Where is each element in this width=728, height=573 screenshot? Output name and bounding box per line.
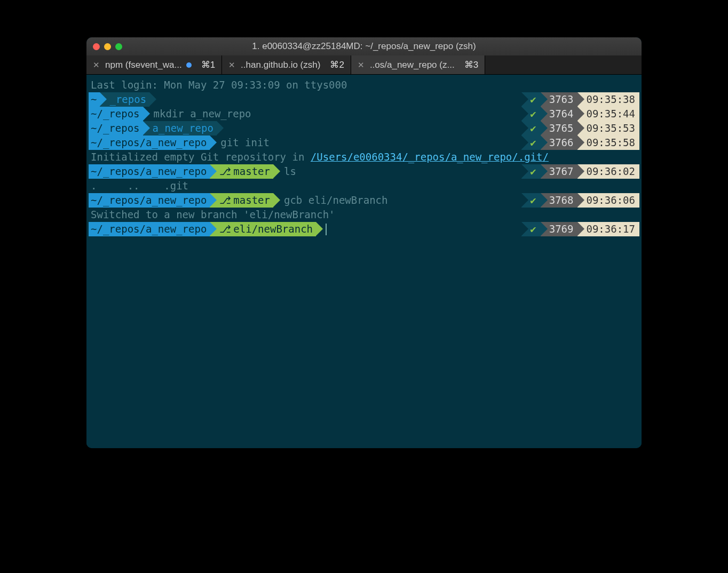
status-check-icon: ✔ [521, 107, 540, 121]
path-segment: ~/_repos [89, 107, 143, 121]
path-segment: ~/_repos/a_new_repo [89, 222, 210, 236]
status-check-icon: ✔ [521, 136, 540, 150]
tab-shortcut: ⌘3 [459, 59, 478, 70]
history-number: 3765 [541, 121, 578, 136]
path-extra-segment: a_new_repo [143, 121, 217, 136]
close-icon[interactable]: ✕ [228, 60, 235, 70]
tab-label: npm (fsevent_wa... [105, 60, 182, 70]
tab-shortcut: ⌘1 [196, 59, 215, 70]
history-number: 3766 [541, 136, 578, 150]
output-line: Initialized empty Git repository in /Use… [89, 150, 639, 164]
traffic-lights [93, 43, 122, 50]
activity-dot-icon [186, 62, 192, 68]
git-branch-segment: ⎇master [210, 164, 273, 179]
branch-icon: ⎇ [219, 222, 231, 236]
prompt-line: ~/_repos/a_new_repo ⎇eli/newBranch ✔ 376… [89, 222, 639, 236]
prompt-line: ~/_repos/a_new_repo git init ✔ 3766 09:3… [89, 136, 639, 150]
timestamp: 09:35:53 [577, 121, 639, 136]
git-branch-segment: ⎇eli/newBranch [210, 222, 316, 236]
timestamp: 09:35:58 [577, 136, 639, 150]
terminal-content[interactable]: Last login: Mon May 27 09:33:09 on ttys0… [86, 75, 642, 448]
tab-label: ..han.github.io (zsh) [241, 60, 320, 70]
command-text: mkdir a_new_repo [143, 107, 251, 121]
git-branch-segment: ⎇master [210, 193, 273, 208]
timestamp: 09:36:02 [577, 164, 639, 179]
prompt-line: ~/_repos/a_new_repo ⎇master ls ✔ 3767 09… [89, 164, 639, 179]
tab-3[interactable]: ✕ ..os/a_new_repo (z... ⌘3 [351, 55, 485, 74]
terminal-window: 1. e0060334@zz25184MD: ~/_repos/a_new_re… [86, 37, 642, 448]
window-title: 1. e0060334@zz25184MD: ~/_repos/a_new_re… [86, 41, 642, 52]
command-text: git init [210, 136, 270, 150]
prompt-line: ~ _repos ✔ 3763 09:35:38 [89, 92, 639, 107]
status-check-icon: ✔ [521, 164, 540, 179]
history-number: 3768 [541, 193, 578, 208]
history-number: 3764 [541, 107, 578, 121]
path-segment: ~/_repos [89, 121, 143, 136]
branch-icon: ⎇ [219, 164, 231, 179]
cursor [326, 224, 327, 235]
status-check-icon: ✔ [521, 222, 540, 236]
tab-label: ..os/a_new_repo (z... [370, 60, 455, 70]
tab-shortcut: ⌘2 [325, 59, 344, 70]
tab-bar: ✕ npm (fsevent_wa... ⌘1 ✕ ..han.github.i… [86, 55, 642, 75]
path-segment: ~/_repos/a_new_repo [89, 164, 210, 179]
status-check-icon: ✔ [521, 121, 540, 136]
path-segment: ~/_repos/a_new_repo [89, 136, 210, 150]
status-check-icon: ✔ [521, 92, 540, 107]
close-icon[interactable]: ✕ [93, 60, 100, 70]
branch-icon: ⎇ [219, 193, 231, 208]
timestamp: 09:35:44 [577, 107, 639, 121]
prompt-line: ~/_repos/a_new_repo ⎇master gcb eli/newB… [89, 193, 639, 208]
titlebar[interactable]: 1. e0060334@zz25184MD: ~/_repos/a_new_re… [86, 37, 642, 55]
path-segment: ~ [89, 92, 100, 107]
history-number: 3767 [541, 164, 578, 179]
motd-line: Last login: Mon May 27 09:33:09 on ttys0… [89, 78, 639, 92]
timestamp: 09:35:38 [577, 92, 639, 107]
path-extra-segment: _repos [100, 92, 149, 107]
tab-1[interactable]: ✕ npm (fsevent_wa... ⌘1 [86, 55, 222, 74]
status-check-icon: ✔ [521, 193, 540, 208]
output-line: Switched to a new branch 'eli/newBranch' [89, 208, 639, 222]
zoom-window-button[interactable] [115, 43, 122, 50]
close-window-button[interactable] [93, 43, 100, 50]
prompt-line: ~/_repos mkdir a_new_repo ✔ 3764 09:35:4… [89, 107, 639, 121]
history-number: 3763 [541, 92, 578, 107]
timestamp: 09:36:17 [577, 222, 639, 236]
history-number: 3769 [541, 222, 578, 236]
minimize-window-button[interactable] [104, 43, 111, 50]
tab-2[interactable]: ✕ ..han.github.io (zsh) ⌘2 [222, 55, 351, 74]
close-icon[interactable]: ✕ [358, 60, 365, 70]
repo-path-link[interactable]: /Users/e0060334/_repos/a_new_repo/.git/ [311, 150, 549, 164]
path-segment: ~/_repos/a_new_repo [89, 193, 210, 208]
output-line: . .. .git [89, 179, 639, 193]
command-text: gcb eli/newBranch [273, 193, 387, 208]
prompt-line: ~/_repos a_new_repo ✔ 3765 09:35:53 [89, 121, 639, 136]
timestamp: 09:36:06 [577, 193, 639, 208]
